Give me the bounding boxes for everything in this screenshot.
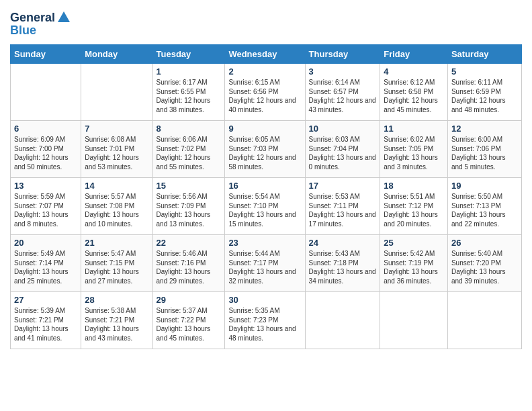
- day-info: Sunrise: 5:54 AMSunset: 7:10 PMDaylight:…: [228, 192, 301, 228]
- day-info: Sunrise: 5:50 AMSunset: 7:13 PMDaylight:…: [451, 192, 518, 228]
- calendar-cell: 17Sunrise: 5:53 AMSunset: 7:11 PMDayligh…: [305, 178, 380, 235]
- calendar-cell: 29Sunrise: 5:37 AMSunset: 7:22 PMDayligh…: [152, 292, 225, 349]
- day-number: 26: [451, 238, 518, 248]
- day-number: 13: [14, 181, 77, 191]
- calendar-header-row: SundayMondayTuesdayWednesdayThursdayFrid…: [11, 45, 522, 64]
- day-number: 29: [157, 295, 222, 305]
- calendar-cell: [305, 292, 380, 349]
- calendar-cell: [380, 292, 448, 349]
- calendar-cell: 22Sunrise: 5:46 AMSunset: 7:16 PMDayligh…: [152, 235, 225, 292]
- calendar-cell: 27Sunrise: 5:39 AMSunset: 7:21 PMDayligh…: [11, 292, 81, 349]
- day-number: 19: [451, 181, 518, 191]
- day-number: 17: [309, 181, 377, 191]
- svg-marker-0: [58, 11, 70, 22]
- day-number: 7: [85, 124, 148, 134]
- day-number: 24: [309, 238, 377, 248]
- weekday-header: Saturday: [447, 45, 521, 64]
- calendar-cell: 12Sunrise: 6:00 AMSunset: 7:06 PMDayligh…: [447, 121, 521, 178]
- calendar-cell: 10Sunrise: 6:03 AMSunset: 7:04 PMDayligh…: [305, 121, 380, 178]
- day-number: 4: [384, 66, 444, 77]
- weekday-header: Monday: [81, 45, 152, 64]
- logo-icon: [56, 10, 71, 25]
- day-number: 8: [157, 124, 222, 134]
- day-number: 30: [228, 295, 301, 305]
- day-info: Sunrise: 6:03 AMSunset: 7:04 PMDaylight:…: [309, 135, 377, 171]
- calendar-week-row: 27Sunrise: 5:39 AMSunset: 7:21 PMDayligh…: [11, 292, 522, 349]
- day-number: 27: [14, 295, 77, 305]
- calendar-cell: 20Sunrise: 5:49 AMSunset: 7:14 PMDayligh…: [11, 235, 81, 292]
- day-info: Sunrise: 5:47 AMSunset: 7:15 PMDaylight:…: [85, 249, 148, 285]
- day-info: Sunrise: 5:43 AMSunset: 7:18 PMDaylight:…: [309, 249, 377, 285]
- day-info: Sunrise: 6:12 AMSunset: 6:58 PMDaylight:…: [384, 78, 444, 114]
- day-number: 3: [309, 66, 377, 77]
- day-number: 18: [384, 181, 444, 191]
- day-number: 20: [14, 238, 77, 248]
- day-number: 9: [228, 124, 301, 134]
- day-info: Sunrise: 6:08 AMSunset: 7:01 PMDaylight:…: [85, 135, 148, 171]
- page-header: General Blue: [10, 10, 522, 38]
- day-info: Sunrise: 6:09 AMSunset: 7:00 PMDaylight:…: [14, 135, 77, 171]
- calendar-week-row: 1Sunrise: 6:17 AMSunset: 6:55 PMDaylight…: [11, 64, 522, 121]
- day-number: 23: [228, 238, 301, 248]
- day-info: Sunrise: 5:46 AMSunset: 7:16 PMDaylight:…: [157, 249, 222, 285]
- day-info: Sunrise: 6:17 AMSunset: 6:55 PMDaylight:…: [157, 78, 222, 114]
- day-info: Sunrise: 5:42 AMSunset: 7:19 PMDaylight:…: [384, 249, 444, 285]
- calendar-cell: 4Sunrise: 6:12 AMSunset: 6:58 PMDaylight…: [380, 64, 448, 121]
- weekday-header: Tuesday: [152, 45, 225, 64]
- calendar-cell: 9Sunrise: 6:05 AMSunset: 7:03 PMDaylight…: [225, 121, 305, 178]
- weekday-header: Friday: [380, 45, 448, 64]
- calendar-cell: 6Sunrise: 6:09 AMSunset: 7:00 PMDaylight…: [11, 121, 81, 178]
- calendar-cell: 28Sunrise: 5:38 AMSunset: 7:21 PMDayligh…: [81, 292, 152, 349]
- day-info: Sunrise: 5:44 AMSunset: 7:17 PMDaylight:…: [228, 249, 301, 285]
- calendar-week-row: 20Sunrise: 5:49 AMSunset: 7:14 PMDayligh…: [11, 235, 522, 292]
- day-number: 25: [384, 238, 444, 248]
- calendar-cell: 15Sunrise: 5:56 AMSunset: 7:09 PMDayligh…: [152, 178, 225, 235]
- calendar-cell: 21Sunrise: 5:47 AMSunset: 7:15 PMDayligh…: [81, 235, 152, 292]
- day-info: Sunrise: 5:35 AMSunset: 7:23 PMDaylight:…: [228, 306, 301, 342]
- day-number: 22: [157, 238, 222, 248]
- calendar-cell: 5Sunrise: 6:11 AMSunset: 6:59 PMDaylight…: [447, 64, 521, 121]
- calendar-cell: 26Sunrise: 5:40 AMSunset: 7:20 PMDayligh…: [447, 235, 521, 292]
- calendar-cell: [81, 64, 152, 121]
- day-number: 1: [157, 66, 222, 77]
- calendar-cell: [447, 292, 521, 349]
- calendar-week-row: 6Sunrise: 6:09 AMSunset: 7:00 PMDaylight…: [11, 121, 522, 178]
- day-number: 6: [14, 124, 77, 134]
- logo: General Blue: [10, 10, 71, 38]
- calendar-cell: [11, 64, 81, 121]
- calendar-cell: 14Sunrise: 5:57 AMSunset: 7:08 PMDayligh…: [81, 178, 152, 235]
- calendar-cell: 19Sunrise: 5:50 AMSunset: 7:13 PMDayligh…: [447, 178, 521, 235]
- day-info: Sunrise: 6:11 AMSunset: 6:59 PMDaylight:…: [451, 78, 518, 114]
- day-number: 10: [309, 124, 377, 134]
- calendar-cell: 3Sunrise: 6:14 AMSunset: 6:57 PMDaylight…: [305, 64, 380, 121]
- calendar-cell: 11Sunrise: 6:02 AMSunset: 7:05 PMDayligh…: [380, 121, 448, 178]
- day-info: Sunrise: 6:02 AMSunset: 7:05 PMDaylight:…: [384, 135, 444, 171]
- day-number: 15: [157, 181, 222, 191]
- day-info: Sunrise: 5:51 AMSunset: 7:12 PMDaylight:…: [384, 192, 444, 228]
- calendar-cell: 8Sunrise: 6:06 AMSunset: 7:02 PMDaylight…: [152, 121, 225, 178]
- day-info: Sunrise: 6:05 AMSunset: 7:03 PMDaylight:…: [228, 135, 301, 171]
- day-info: Sunrise: 5:59 AMSunset: 7:07 PMDaylight:…: [14, 192, 77, 228]
- day-info: Sunrise: 6:15 AMSunset: 6:56 PMDaylight:…: [228, 78, 301, 114]
- day-number: 5: [451, 66, 518, 77]
- calendar-cell: 1Sunrise: 6:17 AMSunset: 6:55 PMDaylight…: [152, 64, 225, 121]
- day-number: 21: [85, 238, 148, 248]
- calendar-cell: 25Sunrise: 5:42 AMSunset: 7:19 PMDayligh…: [380, 235, 448, 292]
- day-number: 28: [85, 295, 148, 305]
- weekday-header: Thursday: [305, 45, 380, 64]
- day-info: Sunrise: 5:57 AMSunset: 7:08 PMDaylight:…: [85, 192, 148, 228]
- weekday-header: Sunday: [11, 45, 81, 64]
- day-info: Sunrise: 5:39 AMSunset: 7:21 PMDaylight:…: [14, 306, 77, 342]
- calendar-cell: 30Sunrise: 5:35 AMSunset: 7:23 PMDayligh…: [225, 292, 305, 349]
- day-info: Sunrise: 5:40 AMSunset: 7:20 PMDaylight:…: [451, 249, 518, 285]
- day-info: Sunrise: 6:06 AMSunset: 7:02 PMDaylight:…: [157, 135, 222, 171]
- day-number: 16: [228, 181, 301, 191]
- day-info: Sunrise: 6:14 AMSunset: 6:57 PMDaylight:…: [309, 78, 377, 114]
- day-info: Sunrise: 5:37 AMSunset: 7:22 PMDaylight:…: [157, 306, 222, 342]
- calendar-cell: 13Sunrise: 5:59 AMSunset: 7:07 PMDayligh…: [11, 178, 81, 235]
- day-number: 14: [85, 181, 148, 191]
- calendar-cell: 23Sunrise: 5:44 AMSunset: 7:17 PMDayligh…: [225, 235, 305, 292]
- day-number: 12: [451, 124, 518, 134]
- day-number: 2: [228, 66, 301, 77]
- day-number: 11: [384, 124, 444, 134]
